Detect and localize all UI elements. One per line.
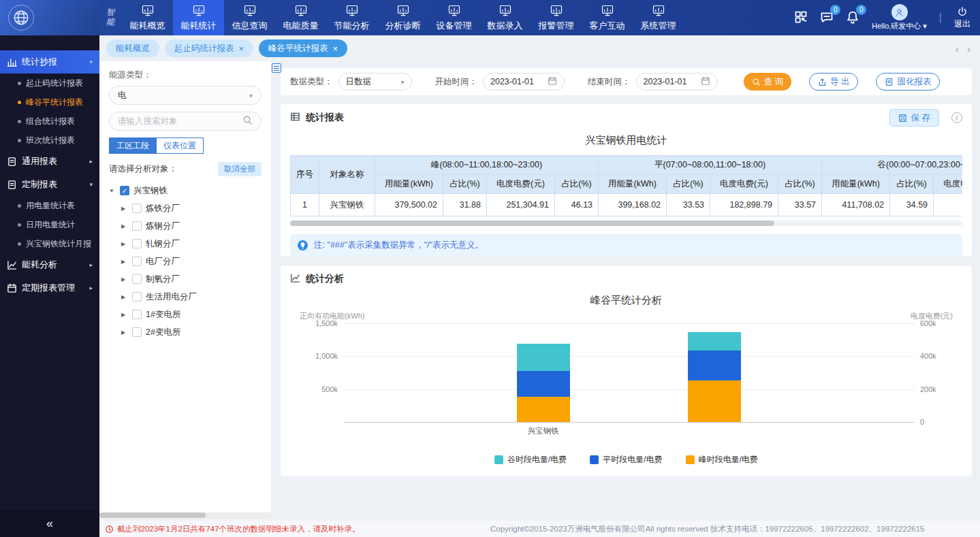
sidebar-item-combined-report[interactable]: 组合统计报表 xyxy=(0,112,99,131)
solidify-report-button[interactable]: 固化报表 xyxy=(876,73,940,91)
sidebar-item-xingbao-monthly-report[interactable]: 兴宝钢铁统计月报 xyxy=(0,234,99,253)
caret-right-icon[interactable]: ▶ xyxy=(121,241,128,247)
cancel-all-button[interactable]: 取消全部 xyxy=(218,162,262,176)
checkbox[interactable] xyxy=(132,257,142,266)
nav-item-energy-statistics[interactable]: 能耗统计 xyxy=(173,0,224,35)
table-scroll-container[interactable]: 序号 对象名称 峰(08:00~11:00,18:00~23:00) 平(07:… xyxy=(290,155,962,216)
caret-right-icon[interactable]: ▶ xyxy=(121,206,128,212)
tab-workzone[interactable]: 工区工段 xyxy=(109,137,157,154)
panel-collapse-toggle[interactable] xyxy=(272,63,281,73)
nav-item-power-quality[interactable]: 电能质量 xyxy=(275,0,326,35)
sidebar-section-stat-report[interactable]: 统计抄报 ▾ xyxy=(0,50,99,74)
sidebar-collapse-button[interactable]: « xyxy=(0,510,99,537)
module-icon xyxy=(396,4,411,18)
caret-right-icon[interactable]: ▶ xyxy=(121,294,128,300)
query-button[interactable]: 查 询 xyxy=(744,73,791,91)
footer-warning: 截止到2023年1月2日共有747个班次的数据明细未录入，请及时补录。 xyxy=(105,524,360,534)
legend-item-peak[interactable]: 峰时段电量/电费 xyxy=(686,454,758,466)
tree-node-child[interactable]: ▶炼钢分厂 xyxy=(109,217,262,235)
chevron-down-icon: ▾ xyxy=(400,78,404,86)
scrollbar-thumb[interactable] xyxy=(99,512,206,518)
sidebar-item-start-stop-code-report[interactable]: 起止码统计报表 xyxy=(0,74,99,93)
caret-right-icon[interactable]: ▶ xyxy=(121,223,128,229)
tab-energy-overview[interactable]: 能耗概览 xyxy=(106,39,159,57)
sidebar-item-peak-valley-report[interactable]: 峰谷平统计报表 xyxy=(0,93,99,112)
end-date-input[interactable]: 2023-01-01 xyxy=(636,73,718,91)
data-type-select[interactable]: 日数据 ▾ xyxy=(338,73,412,91)
x-axis-category-label: 兴宝钢铁 xyxy=(528,426,559,436)
tree-node-root[interactable]: ▼ ✓ 兴宝钢铁 xyxy=(109,182,262,199)
export-button[interactable]: 导 出 xyxy=(809,73,858,91)
tree-node-child[interactable]: ▶轧钢分厂 xyxy=(109,235,262,253)
checkbox[interactable] xyxy=(132,292,142,302)
legend-label: 谷时段电量/电费 xyxy=(507,454,567,466)
legend-item-flat[interactable]: 平时段电量/电费 xyxy=(590,454,662,466)
logout-button[interactable]: 退出 xyxy=(954,6,970,30)
checkbox[interactable] xyxy=(132,310,142,319)
tree-node-label: 兴宝钢铁 xyxy=(133,185,168,197)
close-icon[interactable]: × xyxy=(239,44,244,53)
tab-scroll-left-icon[interactable]: ‹ xyxy=(955,43,959,54)
search-icon xyxy=(752,78,761,86)
caret-right-icon[interactable]: ▶ xyxy=(121,329,128,336)
sidebar-item-shift-report[interactable]: 班次统计报表 xyxy=(0,131,99,150)
tree-node-child[interactable]: ▶电厂分厂 xyxy=(109,253,262,270)
nav-item-info-query[interactable]: 信息查询 xyxy=(224,0,275,35)
close-icon[interactable]: × xyxy=(333,44,338,53)
search-input[interactable] xyxy=(118,116,240,126)
tab-peak-valley-report[interactable]: 峰谷平统计报表× xyxy=(259,39,347,57)
panel-horizontal-scrollbar[interactable] xyxy=(99,512,271,518)
start-date-input[interactable]: 2023-01-01 xyxy=(483,73,565,91)
chart-title: 峰谷平统计分析 xyxy=(281,294,972,307)
tree-node-label: 制氧分厂 xyxy=(146,274,180,285)
sidebar-section-periodic-report[interactable]: 定期报表管理 ▸ xyxy=(0,276,99,299)
checkbox[interactable] xyxy=(132,274,142,284)
energy-type-select[interactable]: 电 ▾ xyxy=(109,86,262,105)
bell-icon[interactable]: 0 xyxy=(846,10,859,26)
caret-right-icon[interactable]: ▶ xyxy=(121,312,128,318)
bar-segment xyxy=(688,380,741,422)
bullet-icon xyxy=(18,120,21,123)
info-icon[interactable]: i xyxy=(951,112,962,123)
sidebar-item-daily-electricity-stat[interactable]: 日用电量统计 xyxy=(0,215,99,234)
nav-item-customer-interaction[interactable]: 客户互动 xyxy=(582,0,633,35)
checkbox[interactable] xyxy=(132,239,142,248)
tree-node-child[interactable]: ▶生活用电分厂 xyxy=(109,288,262,306)
save-button[interactable]: 保 存 xyxy=(889,109,939,127)
tab-scroll-right-icon[interactable]: › xyxy=(967,43,970,54)
caret-right-icon[interactable]: ▶ xyxy=(121,259,128,265)
tree-node-child[interactable]: ▶制氧分厂 xyxy=(109,270,262,288)
checkbox-checked[interactable]: ✓ xyxy=(120,186,129,195)
nav-item-analysis-diagnosis[interactable]: 分析诊断 xyxy=(377,0,428,35)
scrollbar-thumb[interactable] xyxy=(290,221,774,226)
tree-node-child[interactable]: ▶炼铁分厂 xyxy=(109,199,262,217)
module-icon xyxy=(600,4,615,18)
nav-item-system-management[interactable]: 系统管理 xyxy=(633,0,684,35)
message-icon[interactable]: 0 xyxy=(820,10,834,26)
tab-meter-location[interactable]: 仪表位置 xyxy=(157,137,204,154)
caret-right-icon[interactable]: ▶ xyxy=(121,276,128,282)
sidebar-section-custom-report[interactable]: 定制报表 ▾ xyxy=(0,173,99,196)
nav-item-device-management[interactable]: 设备管理 xyxy=(428,0,479,35)
nav-item-energy-saving-analysis[interactable]: 节能分析 xyxy=(326,0,377,35)
checkbox[interactable] xyxy=(132,327,142,337)
sidebar-section-general-report[interactable]: 通用报表 ▸ xyxy=(0,150,99,173)
search-icon[interactable] xyxy=(242,115,253,127)
tree-node-child[interactable]: ▶2#变电所 xyxy=(109,323,262,341)
caret-down-icon[interactable]: ▼ xyxy=(109,188,116,194)
checkbox[interactable] xyxy=(132,221,142,231)
section-title: 统计分析 xyxy=(306,273,344,285)
sidebar-section-energy-analysis[interactable]: 能耗分析 ▸ xyxy=(0,253,99,276)
legend-item-valley[interactable]: 谷时段电量/电费 xyxy=(494,454,567,466)
nav-item-alarm-management[interactable]: 报警管理 xyxy=(531,0,582,35)
sidebar-item-electricity-stat-table[interactable]: 用电量统计表 xyxy=(0,196,99,215)
horizontal-scrollbar[interactable] xyxy=(290,221,962,226)
checkbox[interactable] xyxy=(132,204,142,213)
tab-start-stop-code-report[interactable]: 起止码统计报表× xyxy=(165,39,253,57)
nav-item-data-entry[interactable]: 数据录入 xyxy=(479,0,531,35)
tree-node-child[interactable]: ▶1#变电所 xyxy=(109,306,262,323)
qr-code-icon[interactable] xyxy=(794,10,808,26)
legend-swatch-icon xyxy=(590,455,599,464)
nav-item-energy-overview[interactable]: 能耗概览 xyxy=(122,0,173,35)
user-menu[interactable]: Hello,研发中心▾ xyxy=(872,4,927,31)
